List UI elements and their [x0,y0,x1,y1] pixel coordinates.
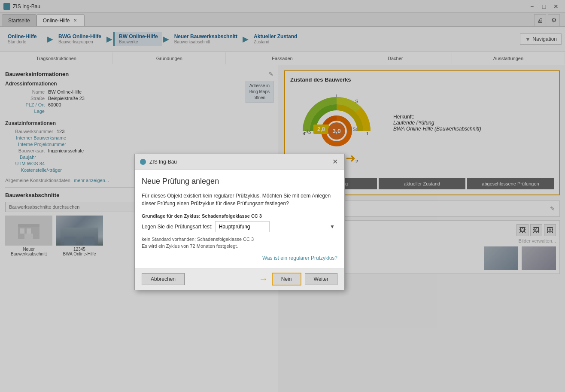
regulaerer-prüfzyklus-link[interactable]: Was ist ein regulärer Prüfzyklus? [262,255,337,261]
dialog-footer: Abbrechen → Nein Weiter [135,268,344,290]
dialog-titlebar-left: ZIS Ing-Bau [140,159,177,165]
arrow-indicator: → [259,273,268,285]
weiter-button[interactable]: Weiter [305,273,337,285]
dialog-hint-line1: kein Standard vorhanden; Schadensfolgekl… [142,237,254,242]
abbrechen-button[interactable]: Abbrechen [142,273,185,285]
dialog-heading: Neue Prüfung anlegen [142,177,337,186]
select-arrow-icon: ▼ [330,224,335,230]
dialog-field-label: Grundlage für den Zyklus: Schadensfolgek… [142,213,337,219]
dialog-select-label: Legen Sie die Prüfungsart fest: [142,224,213,230]
dialog-body: Neue Prüfung anlegen Für dieses Objekt e… [135,170,344,268]
dialog-close-button[interactable]: ✕ [331,158,339,166]
pruefungsart-select[interactable]: Hauptprüfung Einfache Prüfung Sonderprüf… [215,221,270,232]
dialog-hint: kein Standard vorhanden; Schadensfolgekl… [142,236,337,250]
dialog: ZIS Ing-Bau ✕ Neue Prüfung anlegen Für d… [134,154,345,290]
dialog-icon [140,159,146,165]
dialog-hint-line2: Es wird ein Zyklus von 72 Monaten festge… [142,243,238,249]
pruefungsart-select-wrapper: Hauptprüfung Einfache Prüfung Sonderprüf… [215,221,337,232]
footer-right: → Nein Weiter [259,273,337,286]
nein-button[interactable]: Nein [272,273,301,286]
dialog-select-row: Legen Sie die Prüfungsart fest: Hauptprü… [142,221,337,232]
dialog-title-bar-text: ZIS Ing-Bau [149,159,177,165]
dialog-overlay: ZIS Ing-Bau ✕ Neue Prüfung anlegen Für d… [0,0,565,392]
dialog-text: Für dieses Objekt existiert kein regulär… [142,192,337,207]
dialog-titlebar: ZIS Ing-Bau ✕ [135,154,344,170]
